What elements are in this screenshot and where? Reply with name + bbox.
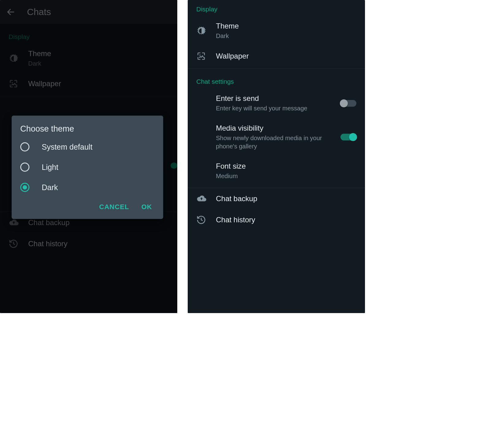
history-icon <box>9 239 25 249</box>
theme-value: Dark <box>216 32 356 40</box>
media-visibility-title: Media visibility <box>216 124 333 133</box>
theme-title: Theme <box>28 49 169 58</box>
theme-title: Theme <box>216 21 356 31</box>
chat-history-row[interactable]: Chat history <box>188 209 365 230</box>
wallpaper-icon <box>196 51 212 61</box>
font-size-value: Medium <box>216 172 356 180</box>
back-arrow-icon[interactable] <box>6 7 15 17</box>
dialog-title: Choose theme <box>12 124 163 137</box>
wallpaper-row[interactable]: Wallpaper <box>188 46 365 67</box>
chat-history-title: Chat history <box>28 239 169 248</box>
header: Chats <box>0 0 177 24</box>
left-pane: Chats Display Theme Dark Wallpaper <box>0 0 177 313</box>
radio-label: System default <box>42 143 92 151</box>
enter-is-send-sub: Enter key will send your message <box>216 104 333 113</box>
enter-is-send-title: Enter is send <box>216 94 333 103</box>
svg-point-2 <box>199 55 200 56</box>
enter-is-send-toggle[interactable] <box>340 100 356 107</box>
wallpaper-icon <box>9 79 25 89</box>
theme-row[interactable]: Theme Dark <box>0 44 177 73</box>
theme-icon <box>9 53 25 64</box>
right-pane: Display Theme Dark Wallpaper Chat settin… <box>188 0 365 313</box>
cancel-button[interactable]: CANCEL <box>99 203 129 211</box>
media-visibility-sub: Show newly downloaded media in your phon… <box>216 134 333 151</box>
radio-icon <box>20 142 29 151</box>
radio-icon <box>20 183 29 192</box>
cloud-upload-icon <box>196 193 212 204</box>
radio-icon <box>20 163 29 172</box>
media-visibility-row[interactable]: Media visibility Show newly downloaded m… <box>188 118 365 156</box>
ok-button[interactable]: OK <box>141 203 152 211</box>
page-title: Chats <box>27 7 51 17</box>
svg-point-1 <box>12 82 13 83</box>
theme-option-system-default[interactable]: System default <box>12 137 163 157</box>
theme-row[interactable]: Theme Dark <box>188 16 365 46</box>
section-label-display: Display <box>0 24 177 44</box>
section-label-display: Display <box>188 0 365 16</box>
dialog-actions: CANCEL OK <box>12 197 163 216</box>
wallpaper-title: Wallpaper <box>28 79 169 88</box>
chat-backup-title: Chat backup <box>28 218 169 227</box>
media-visibility-toggle[interactable] <box>340 134 356 140</box>
theme-option-dark[interactable]: Dark <box>12 177 163 197</box>
choose-theme-dialog: Choose theme System default Light Dark C… <box>12 116 163 219</box>
wallpaper-title: Wallpaper <box>216 52 356 61</box>
wallpaper-row[interactable]: Wallpaper <box>0 73 177 94</box>
theme-option-light[interactable]: Light <box>12 157 163 177</box>
chat-backup-row[interactable]: Chat backup <box>188 188 365 209</box>
section-label-chat-settings: Chat settings <box>188 69 365 88</box>
radio-label: Dark <box>42 183 58 192</box>
chat-history-row[interactable]: Chat history <box>0 233 177 254</box>
theme-value: Dark <box>28 59 169 68</box>
enter-is-send-row[interactable]: Enter is send Enter key will send your m… <box>188 88 365 118</box>
chat-history-title: Chat history <box>216 215 356 224</box>
font-size-row[interactable]: Font size Medium <box>188 156 365 186</box>
radio-label: Light <box>42 163 58 172</box>
history-icon <box>196 215 212 225</box>
chat-backup-title: Chat backup <box>216 194 356 203</box>
cloud-upload-icon <box>9 217 25 228</box>
font-size-title: Font size <box>216 162 356 171</box>
theme-icon <box>196 26 212 36</box>
